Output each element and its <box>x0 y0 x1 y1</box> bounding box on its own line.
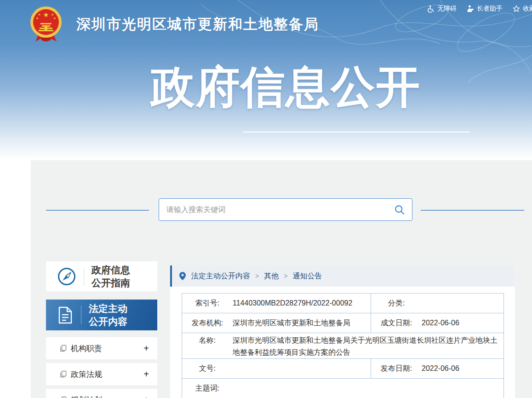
publish-date-label: 发布日期: <box>371 364 422 374</box>
elder-assistant-label: 长者助手 <box>477 5 503 13</box>
site-brand[interactable]: ★ ★ ★ ★ ★ 深圳市光明区城市更新和土地整备局 <box>29 6 319 43</box>
compass-icon <box>57 267 76 286</box>
breadcrumb-item-notices[interactable]: 通知公告 <box>292 271 322 281</box>
subject-words-cell: 主题词: <box>182 379 504 398</box>
sidebar-guide-label: 政府信息 公开指南 <box>92 264 130 289</box>
document-title-cell: 名称: 深圳市光明区城市更新和土地整备局关于光明区玉塘街道长圳社区连片产业地块土… <box>182 333 504 359</box>
table-row: 主题词: <box>182 379 504 398</box>
search-box <box>159 198 412 221</box>
breadcrumb-separator: > <box>284 272 287 280</box>
accessibility-link[interactable]: 无障碍 <box>427 5 457 13</box>
search-input[interactable] <box>159 199 395 220</box>
expand-plus-icon[interactable]: + <box>143 395 149 398</box>
expand-plus-icon[interactable]: + <box>143 343 149 354</box>
issuing-agency-label: 发布机构: <box>182 318 233 328</box>
index-number-value: 11440300MB2D28279H/2022-00092 <box>233 297 371 309</box>
document-title-value: 深圳市光明区城市更新和土地整备局关于光明区玉塘街道长圳社区连片产业地块土地整备利… <box>233 335 503 358</box>
search-button[interactable] <box>395 205 405 215</box>
banner-underline <box>243 132 470 133</box>
breadcrumb: 法定主动公开内容 > 其他 > 通知公告 <box>170 265 515 287</box>
publish-date-value: 2022-06-06 <box>422 363 503 375</box>
main-panel: 法定主动公开内容 > 其他 > 通知公告 索引号: 11440300MB2D28… <box>170 265 515 398</box>
elder-assistant-link[interactable]: 长者助手 <box>467 5 503 13</box>
divider <box>81 306 81 324</box>
category-cell: 分类: <box>371 294 504 313</box>
sidebar-plans-label: 规划计划 <box>71 395 143 398</box>
sidebar-policies-label: 政策法规 <box>71 369 143 380</box>
elder-icon <box>467 5 474 12</box>
document-meta-table: 索引号: 11440300MB2D28279H/2022-00092 分类: 发… <box>182 293 504 398</box>
breadcrumb-separator: > <box>255 272 259 280</box>
national-emblem-logo: ★ ★ ★ ★ ★ <box>29 6 63 43</box>
issuing-agency-value: 深圳市光明区城市更新和土地整备局 <box>233 317 371 329</box>
subject-words-label: 主题词: <box>182 384 233 393</box>
divider <box>84 267 84 286</box>
star-icon <box>513 5 520 12</box>
doc-number-cell: 文号: <box>182 359 371 379</box>
table-row: 索引号: 11440300MB2D28279H/2022-00092 分类: <box>182 294 504 313</box>
topbar: 无障碍 长者助手 收藏 <box>427 5 532 13</box>
search-divider-right <box>421 210 524 211</box>
document-icon <box>57 306 74 324</box>
svg-text:★: ★ <box>51 13 54 17</box>
svg-text:★: ★ <box>53 17 56 20</box>
sidebar-item-guide[interactable]: 政府信息 公开指南 <box>46 261 157 291</box>
location-pin-icon <box>179 272 186 280</box>
pages-icon <box>60 345 67 352</box>
search-divider-left <box>46 210 149 211</box>
index-number-cell: 索引号: 11440300MB2D28279H/2022-00092 <box>182 294 371 313</box>
svg-text:★: ★ <box>38 13 41 17</box>
publish-date-cell: 发布日期: 2022-06-06 <box>371 359 504 379</box>
sidebar-statutory-label: 法定主动 公开内容 <box>89 302 127 328</box>
accessibility-label: 无障碍 <box>437 5 457 13</box>
wheelchair-icon <box>427 5 435 13</box>
sidebar-item-policies[interactable]: 政策法规 + <box>46 363 157 385</box>
table-row: 名称: 深圳市光明区城市更新和土地整备局关于光明区玉塘街道长圳社区连片产业地块土… <box>182 333 504 359</box>
page: 无障碍 长者助手 收藏 <box>0 0 532 398</box>
search-icon <box>395 205 405 215</box>
sidebar-item-duties[interactable]: 机构职责 + <box>46 337 157 359</box>
pages-icon <box>60 396 67 398</box>
category-label: 分类: <box>371 299 422 308</box>
table-row: 文号: 发布日期: 2022-06-06 <box>182 359 504 379</box>
sidebar-item-statutory-disclosure[interactable]: 法定主动 公开内容 <box>46 300 157 330</box>
banner-page-title: 政府信息公开 <box>0 58 532 118</box>
sidebar-item-plans[interactable]: 规划计划 + <box>46 389 157 398</box>
written-date-cell: 成文日期: 2022-06-06 <box>371 313 504 333</box>
breadcrumb-item-statutory[interactable]: 法定主动公开内容 <box>191 271 250 281</box>
banner: 无障碍 长者助手 收藏 <box>0 0 532 160</box>
doc-number-label: 文号: <box>182 364 233 374</box>
table-row: 发布机构: 深圳市光明区城市更新和土地整备局 成文日期: 2022-06-06 <box>182 313 504 333</box>
index-number-label: 索引号: <box>182 299 233 308</box>
document-title-label: 名称: <box>182 335 233 346</box>
expand-plus-icon[interactable]: + <box>143 369 149 380</box>
favorite-label: 收藏 <box>523 5 532 13</box>
issuing-agency-cell: 发布机构: 深圳市光明区城市更新和土地整备局 <box>182 313 371 333</box>
site-title: 深圳市光明区城市更新和土地整备局 <box>76 15 319 34</box>
favorite-link[interactable]: 收藏 <box>513 5 532 13</box>
sidebar-duties-label: 机构职责 <box>71 343 143 354</box>
svg-text:★: ★ <box>43 11 49 18</box>
pages-icon <box>60 370 67 378</box>
written-date-value: 2022-06-06 <box>422 317 503 329</box>
sidebar: 政府信息 公开指南 法定主动 公开内容 <box>46 261 157 398</box>
svg-text:★: ★ <box>36 17 39 20</box>
breadcrumb-item-other[interactable]: 其他 <box>264 271 279 281</box>
written-date-label: 成文日期: <box>371 318 422 328</box>
